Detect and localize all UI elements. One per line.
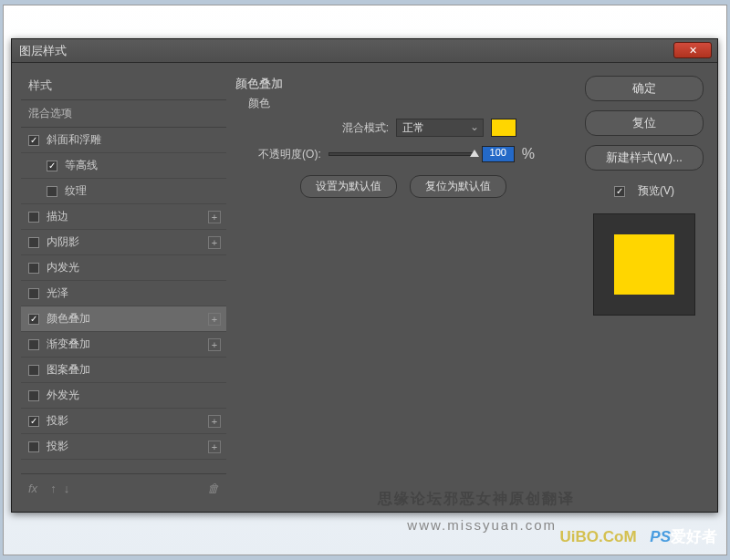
arrow-down-icon[interactable]: ↓ [64,482,70,495]
sidebar-footer: fx ↑ ↓ 🗑 [21,473,226,503]
style-checkbox[interactable] [28,416,39,427]
style-item[interactable]: 外发光 [21,383,226,409]
style-checkbox[interactable] [28,135,39,146]
watermark-text-2: www.missyuan.com [407,517,557,533]
style-checkbox[interactable] [28,339,39,350]
style-label: 投影 [47,439,68,454]
settings-panel: 颜色叠加 颜色 混合模式: 正常 不透明度(O): 100 % 设置为默认值 复… [235,72,571,503]
style-item[interactable]: 等高线 [21,153,226,179]
style-label: 斜面和浮雕 [47,132,101,148]
style-checkbox[interactable] [28,365,39,376]
reorder-arrows: ↑ ↓ [50,482,69,495]
style-checkbox[interactable] [28,237,39,248]
blend-mode-label: 混合模式: [342,120,389,136]
style-checkbox[interactable] [47,161,57,171]
section-title: 颜色叠加 [235,76,571,92]
style-checkbox[interactable] [28,390,39,401]
style-item[interactable]: 纹理 [21,179,226,204]
style-label: 内阴影 [47,234,79,250]
fx-label[interactable]: fx [28,482,37,495]
style-item[interactable]: 斜面和浮雕 [21,128,226,153]
style-label: 内发光 [47,260,79,275]
action-panel: 确定 复位 新建样式(W)... 预览(V) [580,72,708,503]
style-checkbox[interactable] [28,288,39,299]
titlebar: 图层样式 ✕ [12,39,717,63]
style-item[interactable]: 图案叠加 [21,358,226,383]
preview-checkbox[interactable] [614,186,625,197]
set-default-button[interactable]: 设置为默认值 [300,175,397,198]
style-label: 描边 [47,209,68,224]
blend-mode-value: 正常 [402,120,424,136]
style-item[interactable]: 光泽 [21,281,226,306]
style-item[interactable]: 内阴影+ [21,230,226,255]
style-label: 等高线 [65,158,98,173]
preview-label: 预览(V) [638,183,674,199]
uibo-text: UiBO.CoM [560,528,637,545]
style-item[interactable]: 描边+ [21,204,226,230]
slider-thumb-icon[interactable] [470,150,479,157]
add-effect-icon[interactable]: + [208,441,221,453]
opacity-input[interactable]: 100 [482,146,515,162]
add-effect-icon[interactable]: + [208,211,221,223]
style-checkbox[interactable] [28,314,39,325]
add-effect-icon[interactable]: + [208,338,221,351]
preview-box [593,213,695,316]
opacity-label: 不透明度(O): [258,147,321,162]
style-item[interactable]: 投影+ [21,434,226,460]
ps-text: PS [650,528,671,545]
style-list: 斜面和浮雕等高线纹理描边+内阴影+内发光光泽颜色叠加+渐变叠加+图案叠加外发光投… [21,128,226,473]
ok-button[interactable]: 确定 [585,76,704,101]
arrow-up-icon[interactable]: ↑ [50,482,57,495]
style-item[interactable]: 渐变叠加+ [21,332,226,358]
styles-sidebar: 样式 混合选项 斜面和浮雕等高线纹理描边+内阴影+内发光光泽颜色叠加+渐变叠加+… [21,72,226,503]
style-label: 外发光 [47,388,79,403]
style-item[interactable]: 投影+ [21,409,226,434]
opacity-row: 不透明度(O): 100 % [235,146,571,162]
style-label: 渐变叠加 [47,337,90,352]
dialog-body: 样式 混合选项 斜面和浮雕等高线纹理描边+内阴影+内发光光泽颜色叠加+渐变叠加+… [12,63,717,512]
add-effect-icon[interactable]: + [208,415,221,428]
style-item[interactable]: 内发光 [21,255,226,281]
blend-mode-select[interactable]: 正常 [396,119,484,137]
sidebar-header: 样式 [21,72,226,100]
style-label: 颜色叠加 [47,311,90,327]
style-label: 图案叠加 [47,362,90,378]
style-checkbox[interactable] [28,263,39,274]
layer-style-dialog: 图层样式 ✕ 样式 混合选项 斜面和浮雕等高线纹理描边+内阴影+内发光光泽颜色叠… [11,38,718,513]
blend-mode-row: 混合模式: 正常 [235,119,571,137]
reset-default-button[interactable]: 复位为默认值 [410,175,506,198]
style-checkbox[interactable] [47,186,57,197]
add-effect-icon[interactable]: + [208,313,221,326]
style-label: 光泽 [47,285,68,301]
opacity-slider[interactable] [328,152,474,156]
new-style-button[interactable]: 新建样式(W)... [585,145,704,171]
opacity-unit: % [522,146,535,162]
watermark-logo: UiBO.CoM PS爱好者 [560,526,717,547]
blend-options-header[interactable]: 混合选项 [21,100,226,128]
preview-checkbox-row[interactable]: 预览(V) [614,183,674,199]
close-button[interactable]: ✕ [673,42,712,58]
default-buttons-row: 设置为默认值 复位为默认值 [235,175,571,198]
section-subtitle: 颜色 [248,96,571,111]
dialog-title: 图层样式 [19,43,67,59]
trash-icon[interactable]: 🗑 [207,482,219,495]
color-swatch[interactable] [491,119,516,137]
close-icon: ✕ [689,45,697,57]
style-label: 纹理 [65,183,87,199]
style-label: 投影 [47,413,68,429]
style-checkbox[interactable] [28,441,39,452]
cancel-button[interactable]: 复位 [585,110,704,136]
rest-text: 爱好者 [671,528,717,545]
style-checkbox[interactable] [28,212,39,223]
watermark-text-1: 思缘论坛邪恶女神原创翻译 [378,490,575,509]
preview-swatch [614,234,674,295]
style-item[interactable]: 颜色叠加+ [21,306,226,332]
add-effect-icon[interactable]: + [208,236,221,249]
